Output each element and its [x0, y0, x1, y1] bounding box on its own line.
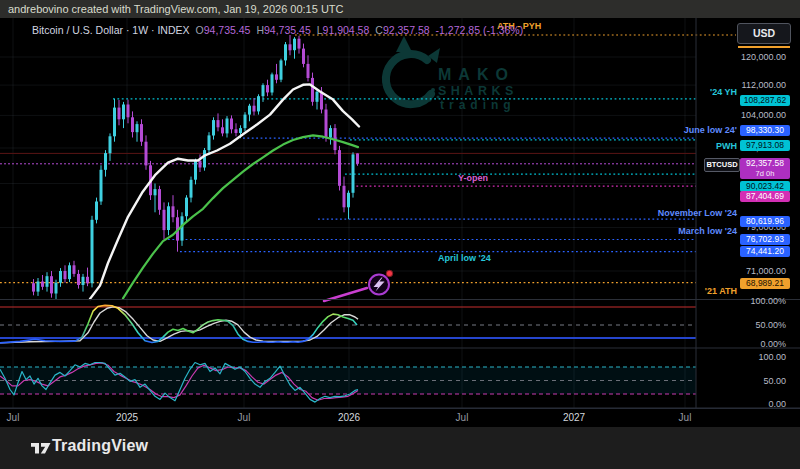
tradingview-logo-icon[interactable] — [28, 436, 54, 460]
time-label: 2026 — [338, 412, 360, 423]
moving-averages — [90, 84, 359, 299]
time-label: Jul — [7, 412, 20, 423]
time-scale[interactable]: Jul2025Jul2026Jul2027Jul — [0, 408, 800, 427]
shark-fin-icon — [396, 36, 412, 52]
footer-bar: TradingView — [0, 426, 800, 469]
time-label: 2025 — [116, 412, 138, 423]
splash-dot — [431, 88, 435, 92]
watermark-line1: MAKO — [438, 66, 515, 83]
currency-underline — [738, 46, 790, 48]
attribution-text: andrebovino created with TradingView.com… — [8, 3, 344, 15]
tradingview-wordmark[interactable]: TradingView — [52, 437, 148, 455]
watermark: MAKO SHARKS trading — [386, 36, 518, 112]
candles — [32, 35, 359, 300]
symbol-title[interactable]: Bitcoin / U.S. Dollar · 1W · INDEX — [32, 24, 190, 36]
time-label: 2027 — [563, 412, 585, 423]
pane-separators — [0, 18, 800, 408]
time-label: Jul — [679, 412, 692, 423]
tradingview-snapshot: andrebovino created with TradingView.com… — [0, 0, 800, 469]
ohlc-values: O94,735.45H94,735.45L91,904.58C92,357.58… — [190, 24, 524, 36]
currency-toggle-button[interactable]: USD — [737, 23, 791, 44]
chart-area[interactable]: MAKO SHARKS trading Bitcoin / U.S. Dolla… — [0, 18, 800, 408]
watermark-line2: SHARKS — [438, 84, 518, 98]
indicator-pane-levels — [0, 307, 696, 394]
time-label: Jul — [238, 412, 251, 423]
symbol-legend[interactable]: Bitcoin / U.S. Dollar · 1W · INDEXO94,73… — [32, 24, 523, 36]
chart-canvas[interactable]: MAKO SHARKS trading — [0, 18, 800, 408]
alert-dot — [386, 270, 392, 276]
drawings[interactable] — [324, 270, 393, 301]
attribution-bar: andrebovino created with TradingView.com… — [0, 0, 800, 18]
watermark-line3: trading — [440, 98, 516, 112]
shark-logo-icon — [386, 54, 431, 104]
time-label: Jul — [456, 412, 469, 423]
